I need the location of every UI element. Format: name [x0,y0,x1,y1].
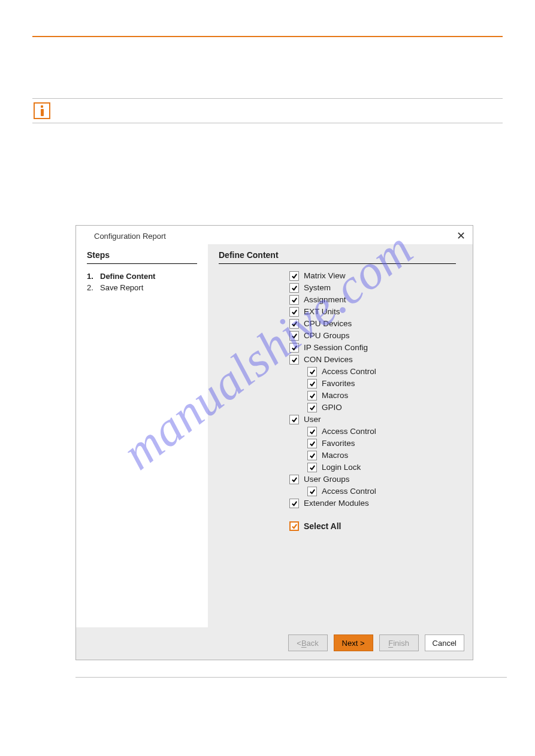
dialog-title: Configuration Report [76,226,473,244]
steps-list: 1.Define Content2.Save Report [87,271,197,294]
checkbox-icon[interactable] [289,319,299,329]
checkbox-label: Matrix View [304,272,346,280]
checkbox-row[interactable]: EXT Units [289,307,456,317]
checkbox-label: User Groups [304,475,350,484]
checkbox-row[interactable]: GPIO [289,403,456,412]
checkbox-icon[interactable] [289,307,299,317]
button-bar: < Back Next > Finish Cancel [76,627,473,660]
checkbox-icon[interactable] [307,367,317,377]
checkbox-row[interactable]: Assignment [289,295,456,305]
checkbox-icon[interactable] [307,379,317,388]
checkbox-label: Macros [322,391,348,400]
checkbox-icon[interactable] [307,427,317,436]
finish-mn: F [388,639,393,648]
checkbox-label: IP Session Config [304,344,368,352]
checkbox-label: Login Lock [322,463,361,472]
checkbox-row[interactable]: User Groups [289,475,456,484]
checkbox-row[interactable]: System [289,283,456,293]
finish-button: Finish [379,634,419,651]
checkbox-label: EXT Units [304,308,340,316]
checkbox-icon[interactable] [289,271,299,281]
page-bottom-rule [75,677,507,678]
checkbox-label: Favorites [322,439,355,448]
checkbox-label: Extender Modules [304,499,369,508]
checkbox-icon[interactable] [289,499,299,508]
checkbox-row[interactable]: Matrix View [289,271,456,281]
back-post: ack [307,639,319,648]
checkbox-row[interactable]: Access Control [289,427,456,436]
checkbox-icon[interactable] [289,521,299,531]
step-num: 1. [87,271,100,283]
steps-panel: Steps 1.Define Content2.Save Report [76,244,208,627]
checkbox-icon[interactable] [289,343,299,353]
checkbox-label: Assignment [304,296,346,304]
checkbox-row[interactable]: Access Control [289,487,456,496]
next-button[interactable]: Next > [334,634,373,651]
checkbox-label: System [304,284,331,292]
step-label: Define Content [100,271,155,283]
content-panel: Define Content Matrix ViewSystemAssignme… [208,244,473,627]
checkbox-row[interactable]: Macros [289,451,456,460]
checkbox-row[interactable]: Macros [289,391,456,400]
checkbox-icon[interactable] [289,475,299,484]
checkbox-label: Favorites [322,379,355,388]
back-mn: B [301,639,307,648]
checkbox-icon[interactable] [289,415,299,424]
checkbox-label: Macros [322,451,348,460]
define-content-heading: Define Content [219,250,456,264]
config-report-dialog: Configuration Report ✕ Steps 1.Define Co… [75,225,473,660]
steps-heading: Steps [87,250,197,264]
checkbox-row[interactable]: CPU Devices [289,319,456,329]
checkbox-label: GPIO [322,403,342,412]
info-callout-row [32,98,503,123]
page-top-rule [32,36,503,37]
step-num: 2. [87,283,100,294]
checkbox-label: User [304,415,321,424]
checkbox-row[interactable]: Login Lock [289,463,456,472]
checkbox-icon[interactable] [307,439,317,448]
select-all-label: Select All [304,521,341,531]
checkbox-icon[interactable] [289,355,299,365]
checkbox-label: Access Control [322,487,376,496]
step-row: 1.Define Content [87,271,197,283]
select-all-row[interactable]: Select All [289,521,456,531]
checkbox-icon[interactable] [289,331,299,341]
step-label: Save Report [100,283,143,294]
checkbox-icon[interactable] [307,487,317,496]
step-row: 2.Save Report [87,283,197,294]
checkbox-icon[interactable] [307,463,317,472]
checkbox-row[interactable]: User [289,415,456,424]
back-pre: < [297,639,301,648]
checkbox-label: CON Devices [304,356,353,364]
checkbox-row[interactable]: Favorites [289,439,456,448]
checkbox-label: CPU Devices [304,320,352,328]
checkbox-row[interactable]: CPU Groups [289,331,456,341]
checkbox-label: Access Control [322,368,376,376]
checkbox-label: CPU Groups [304,332,350,340]
checkbox-row[interactable]: IP Session Config [289,343,456,353]
checkbox-row[interactable]: CON Devices [289,355,456,365]
checkbox-row[interactable]: Extender Modules [289,499,456,508]
checkbox-row[interactable]: Favorites [289,379,456,388]
checkbox-icon[interactable] [289,283,299,293]
checkbox-label: Access Control [322,427,376,436]
close-icon[interactable]: ✕ [457,230,466,241]
back-button: < Back [288,634,328,651]
content-checklist: Matrix ViewSystemAssignmentEXT UnitsCPU … [219,271,456,508]
checkbox-row[interactable]: Access Control [289,367,456,377]
checkbox-icon[interactable] [307,451,317,460]
info-icon [34,102,50,119]
checkbox-icon[interactable] [289,295,299,305]
cancel-button[interactable]: Cancel [425,634,464,651]
finish-post: inish [393,639,409,648]
checkbox-icon[interactable] [307,391,317,400]
checkbox-icon[interactable] [307,403,317,412]
